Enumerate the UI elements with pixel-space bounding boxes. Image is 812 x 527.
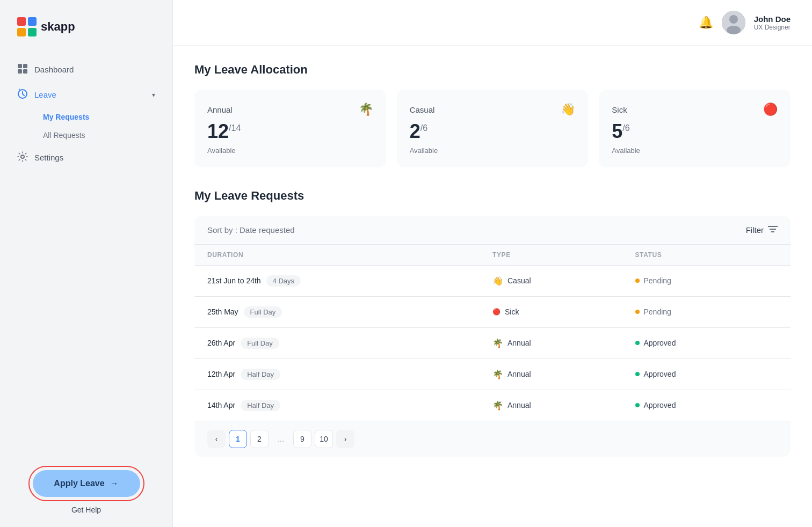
svg-rect-4 [18,64,22,68]
col-status: STATUS [635,251,778,259]
leave-icon [17,89,28,101]
pagination-page-9[interactable]: 9 [293,430,311,448]
sort-label: Sort by : Date requested [207,225,295,235]
status-cell-4: Approved [635,370,778,378]
status-cell-3: Approved [635,339,778,347]
casual-available: Available [410,147,576,155]
allocation-card-sick: Sick 🔴 5/6 Available [599,90,791,167]
pagination-dots: ... [272,430,290,448]
type-icon-3: 🌴 [492,338,503,348]
svg-point-11 [729,15,738,24]
filter-icon [768,225,778,235]
annual-count: 12/14 [207,121,373,142]
svg-rect-7 [23,69,27,74]
casual-type-label: Casual [410,105,435,114]
tag-5: Half Day [241,400,280,411]
duration-cell-1: 21st Jun to 24th 4 Days [207,275,492,287]
status-label-2: Pending [644,308,671,316]
sidebar: skapp Dashboard [0,0,173,527]
status-cell-1: Pending [635,276,778,285]
type-label-5: Annual [508,401,531,409]
type-icon-4: 🌴 [492,369,503,379]
col-duration: DURATION [207,251,492,259]
avatar [722,11,745,34]
sick-card-header: Sick 🔴 [612,103,778,116]
svg-rect-3 [28,28,37,36]
status-label-5: Approved [644,401,676,409]
sidebar-item-dashboard[interactable]: Dashboard [9,58,164,81]
allocation-title: My Leave Allocation [194,63,791,77]
status-dot-3 [635,341,640,345]
svg-rect-2 [17,28,26,36]
table-row[interactable]: 25th May Full Day 🔴 Sick Pending [194,296,791,327]
pagination-page-1[interactable]: 1 [229,430,247,448]
pagination-prev[interactable]: ‹ [207,430,226,448]
sidebar-item-all-requests[interactable]: All Requests [37,127,164,144]
sick-icon: 🔴 [763,103,778,116]
type-cell-1: 👋 Casual [492,276,635,286]
sidebar-bottom: Apply Leave → Get Help [0,457,172,527]
filter-button[interactable]: Filter [746,225,778,235]
status-cell-2: Pending [635,308,778,316]
duration-cell-2: 25th May Full Day [207,306,492,318]
user-name: John Doe [754,14,791,24]
svg-point-9 [21,155,24,158]
status-dot-5 [635,403,640,407]
logo-icon [17,17,37,36]
status-dot-1 [635,279,640,283]
apply-leave-arrow-icon: → [110,479,119,488]
annual-icon: 🌴 [359,103,373,116]
allocation-cards: Annual 🌴 12/14 Available Casual 👋 2/6 Av… [194,90,791,167]
dashboard-label: Dashboard [34,65,74,74]
notification-icon[interactable]: 🔔 [699,16,713,30]
status-cell-5: Approved [635,401,778,409]
main-content: 🔔 John Doe UX Designer My Leave Allocati… [173,0,812,527]
type-cell-2: 🔴 Sick [492,308,635,316]
sidebar-item-settings[interactable]: Settings [9,146,164,169]
duration-cell-3: 26th Apr Full Day [207,338,492,349]
sick-type-label: Sick [612,105,627,114]
user-info: John Doe UX Designer [754,14,791,31]
get-help-link[interactable]: Get Help [71,506,101,514]
pagination-page-2[interactable]: 2 [250,430,269,448]
logo-text: skapp [41,20,75,34]
requests-table: Sort by : Date requested Filter DURATION [194,216,791,457]
status-label-1: Pending [644,276,671,285]
tag-1: 4 Days [266,275,301,287]
apply-leave-label: Apply Leave [54,479,104,488]
filter-label: Filter [746,225,764,235]
status-dot-4 [635,372,640,376]
annual-type-label: Annual [207,105,233,114]
table-row[interactable]: 12th Apr Half Day 🌴 Annual Approved [194,358,791,390]
sidebar-nav: Dashboard Leave ▾ My Requests All Reques… [0,58,172,169]
status-dot-2 [635,310,640,314]
type-label-2: Sick [505,308,519,316]
type-label-4: Annual [508,370,531,378]
sidebar-item-my-requests[interactable]: My Requests [37,108,164,126]
table-row[interactable]: 26th Apr Full Day 🌴 Annual Approved [194,327,791,358]
logo: skapp [0,0,172,58]
annual-available: Available [207,147,373,155]
type-label-3: Annual [508,339,531,347]
sick-count: 5/6 [612,121,778,142]
apply-leave-button[interactable]: Apply Leave → [33,470,140,497]
pagination-next[interactable]: › [336,430,354,448]
user-role: UX Designer [754,24,791,31]
sick-available: Available [612,147,778,155]
sidebar-item-leave[interactable]: Leave ▾ [9,83,164,106]
leave-chevron-icon: ▾ [152,91,155,99]
settings-icon [17,151,28,164]
type-icon-5: 🌴 [492,400,503,411]
status-label-4: Approved [644,370,676,378]
allocation-card-casual: Casual 👋 2/6 Available [397,90,589,167]
date-3: 26th Apr [207,339,235,347]
pagination-page-10[interactable]: 10 [315,430,333,448]
table-row[interactable]: 14th Apr Half Day 🌴 Annual Approved [194,390,791,421]
leave-label: Leave [34,90,56,99]
duration-cell-5: 14th Apr Half Day [207,400,492,411]
top-header: 🔔 John Doe UX Designer [173,0,812,46]
date-4: 12th Apr [207,370,235,378]
date-5: 14th Apr [207,401,235,409]
table-toolbar: Sort by : Date requested Filter [194,216,791,245]
table-row[interactable]: 21st Jun to 24th 4 Days 👋 Casual Pending [194,265,791,296]
